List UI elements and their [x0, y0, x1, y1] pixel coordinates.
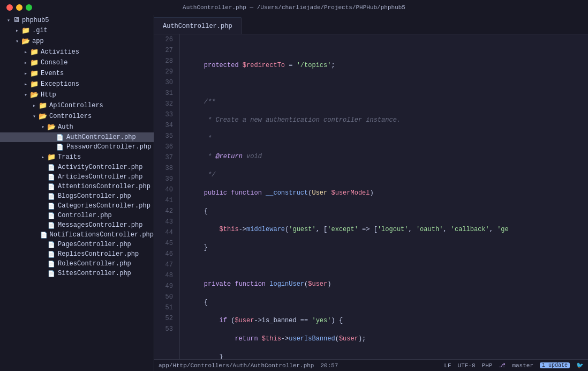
code-line-29: /** — [189, 97, 588, 107]
arrow-icon — [13, 38, 21, 44]
sidebar-item-label: SitesController.php — [58, 270, 131, 277]
sidebar-item-apicontrollers[interactable]: 📁 ApiControllers — [0, 100, 154, 111]
sidebar-item-label: PasswordController.php — [66, 143, 151, 151]
folder-icon: 📁 — [30, 69, 39, 78]
sidebar-item-sitescontroller[interactable]: 📄 SitesController.php — [0, 269, 154, 278]
code-line-34: public function __construct(User $userMo… — [189, 188, 588, 198]
folder-icon: 📁 — [30, 80, 39, 88]
status-bar: app/Http/Controllers/Auth/AuthController… — [154, 359, 588, 371]
status-left: app/Http/Controllers/Auth/AuthController… — [159, 362, 338, 369]
sidebar-item-label: Events — [41, 70, 64, 77]
tab-bar[interactable]: AuthController.php — [154, 15, 588, 34]
sidebar-item-activitycontroller[interactable]: 📄 ActivityController.php — [0, 162, 154, 172]
file-icon: 📄 — [40, 232, 48, 239]
window-controls[interactable] — [6, 4, 32, 11]
minimize-button[interactable] — [16, 4, 22, 11]
status-encoding: LF — [444, 362, 451, 369]
tab-label: AuthController.php — [163, 23, 232, 30]
code-area[interactable]: 26 27 28 29 30 31 32 33 34 35 36 37 38 3… — [154, 34, 588, 359]
file-icon: 📄 — [47, 241, 56, 248]
code-line-28 — [189, 78, 588, 89]
sidebar-item-authcontroller[interactable]: 📄 AuthController.php — [0, 132, 154, 142]
arrow-icon — [30, 102, 39, 109]
sidebar-item-label: ApiControllers — [49, 102, 103, 109]
close-button[interactable] — [6, 4, 13, 11]
code-editor[interactable]: protected $redirectTo = '/topics'; /** *… — [180, 34, 588, 359]
editor-tab[interactable]: AuthController.php — [154, 18, 242, 34]
sidebar-item-label: AttentionsController.php — [58, 183, 150, 190]
sidebar-item-passwordcontroller[interactable]: 📄 PasswordController.php — [0, 142, 154, 152]
folder-icon: 📂 — [21, 37, 30, 46]
status-position: 20:57 — [320, 362, 338, 369]
code-line-41: if ($user->is_banned == 'yes') { — [189, 315, 588, 326]
sidebar-item-messagescontroller[interactable]: 📄 MessagesController.php — [0, 220, 154, 230]
file-icon: 📄 — [47, 212, 56, 219]
sidebar-item-controller[interactable]: 📄 Controller.php — [0, 211, 154, 220]
sidebar-item-attentionscontroller[interactable]: 📄 AttentionsController.php — [0, 182, 154, 191]
editor-area: AuthController.php 26 27 28 29 30 31 32 … — [154, 15, 588, 371]
code-line-35: { — [189, 206, 588, 217]
sidebar-item-console[interactable]: 📁 Console — [0, 57, 154, 68]
sidebar-item-repliescontroller[interactable]: 📄 RepliesController.php — [0, 249, 154, 259]
arrow-icon — [30, 113, 39, 120]
sidebar-item-rolescontroller[interactable]: 📄 RolesController.php — [0, 259, 154, 269]
arrow-icon — [39, 154, 47, 160]
sidebar-item-label: app — [32, 38, 44, 45]
sidebar-item-http[interactable]: 📂 Http — [0, 90, 154, 100]
sidebar-item-label: ActivityController.php — [58, 164, 142, 171]
folder-icon: 📁 — [47, 153, 56, 161]
sidebar-item-git[interactable]: 📁 .git — [0, 25, 154, 36]
sidebar-item-traits[interactable]: 📁 Traits — [0, 152, 154, 162]
sidebar-item-label: Controllers — [49, 113, 92, 120]
code-line-38 — [189, 261, 588, 271]
sidebar-item-root[interactable]: 🖥 phphub5 — [0, 15, 154, 25]
sidebar-item-label: NotificationsController.php — [50, 231, 154, 239]
code-line-36: $this->middleware('guest', ['except' => … — [189, 224, 588, 235]
main-layout: 🖥 phphub5 📁 .git 📂 app 📁 Activities 📁 Co… — [0, 15, 588, 371]
maximize-button[interactable] — [26, 4, 32, 11]
folder-icon: 📁 — [39, 101, 47, 110]
arrow-icon — [21, 49, 30, 55]
sidebar-item-pagescontroller[interactable]: 📄 PagesController.php — [0, 240, 154, 249]
sidebar-item-label: CategoriesController.php — [58, 202, 150, 210]
code-line-43: } — [189, 352, 588, 359]
sidebar-item-label: Http — [41, 91, 56, 99]
code-line-37: } — [189, 242, 588, 253]
sidebar-item-app[interactable]: 📂 app — [0, 36, 154, 47]
file-icon: 📄 — [47, 174, 56, 181]
folder-icon: 📂 — [30, 91, 39, 99]
sidebar-item-activities[interactable]: 📁 Activities — [0, 47, 154, 57]
line-numbers: 26 27 28 29 30 31 32 33 34 35 36 37 38 3… — [154, 34, 180, 359]
sidebar[interactable]: 🖥 phphub5 📁 .git 📂 app 📁 Activities 📁 Co… — [0, 15, 154, 371]
sidebar-item-events[interactable]: 📁 Events — [0, 68, 154, 79]
code-line-30: * Create a new authentication controller… — [189, 115, 588, 125]
file-icon: 📄 — [47, 203, 56, 210]
file-icon: 📄 — [47, 261, 56, 268]
folder-icon: 📁 — [30, 58, 39, 67]
window-title: AuthController.php — /Users/charliejade/… — [183, 4, 405, 11]
arrow-icon — [21, 60, 30, 66]
file-icon: 📄 — [56, 144, 64, 151]
sidebar-item-categoriescontroller[interactable]: 📄 CategoriesController.php — [0, 201, 154, 211]
arrow-icon — [21, 92, 30, 98]
code-line-33: */ — [189, 169, 588, 180]
file-icon: 📄 — [47, 251, 56, 258]
status-branch: master — [512, 362, 533, 369]
sidebar-item-controllers[interactable]: 📂 Controllers — [0, 111, 154, 122]
arrow-icon — [39, 124, 47, 130]
sidebar-item-articlescontroller[interactable]: 📄 ArticlesController.php — [0, 172, 154, 182]
file-icon: 📄 — [47, 222, 56, 229]
folder-icon: 📂 — [47, 123, 56, 131]
sidebar-item-auth[interactable]: 📂 Auth — [0, 122, 154, 132]
folder-icon: 📁 — [21, 26, 30, 35]
sidebar-item-blogscontroller[interactable]: 📄 BlogsController.php — [0, 191, 154, 201]
sidebar-item-label: BlogsController.php — [58, 192, 131, 200]
sidebar-item-label: .git — [32, 27, 48, 34]
sidebar-item-notificationscontroller[interactable]: 📄 NotificationsController.php — [0, 230, 154, 240]
update-badge[interactable]: 1 update — [540, 362, 570, 368]
sidebar-item-label: PagesController.php — [58, 241, 131, 248]
sidebar-item-label: Exceptions — [41, 80, 79, 88]
file-icon: 📄 — [47, 193, 56, 200]
sidebar-item-exceptions[interactable]: 📁 Exceptions — [0, 79, 154, 90]
code-line-42: return $this->userIsBanned($user); — [189, 333, 588, 344]
